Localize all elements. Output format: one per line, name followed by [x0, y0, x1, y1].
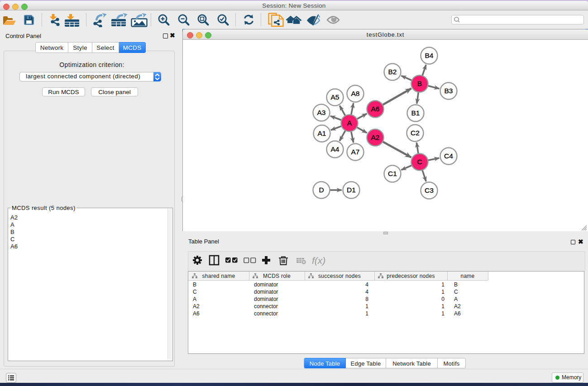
svg-text:C1: C1: [388, 170, 397, 177]
svg-text:C2: C2: [411, 129, 420, 137]
svg-text:A4: A4: [331, 145, 339, 153]
svg-text:B1: B1: [411, 109, 420, 117]
svg-text:A7: A7: [351, 148, 360, 156]
svg-text:B4: B4: [425, 52, 434, 59]
svg-text:D1: D1: [347, 186, 356, 194]
svg-text:B: B: [417, 80, 422, 87]
svg-text:A1: A1: [318, 129, 326, 137]
svg-text:A6: A6: [371, 105, 380, 113]
svg-text:C: C: [417, 158, 422, 166]
svg-text:D: D: [319, 186, 324, 194]
svg-text:A8: A8: [351, 90, 360, 97]
svg-text:C4: C4: [444, 152, 453, 160]
svg-text:B2: B2: [388, 68, 397, 76]
svg-text:A5: A5: [331, 93, 339, 101]
svg-text:C3: C3: [425, 186, 434, 194]
svg-text:A: A: [347, 119, 352, 127]
svg-text:A2: A2: [371, 133, 380, 141]
svg-text:B3: B3: [445, 87, 453, 95]
svg-text:f(x): f(x): [312, 255, 325, 266]
svg-text:A3: A3: [317, 109, 326, 116]
